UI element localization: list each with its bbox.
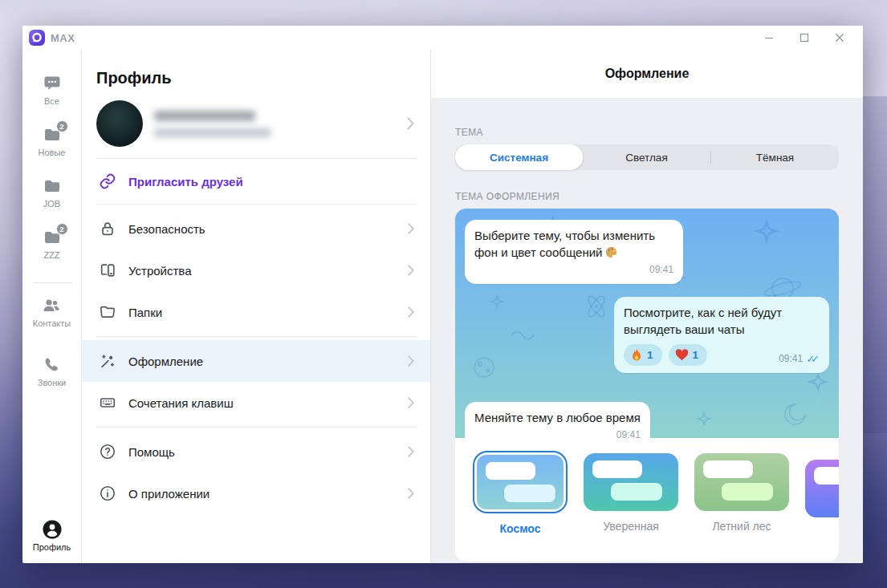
lock-icon bbox=[98, 219, 117, 238]
info-icon bbox=[98, 484, 117, 503]
appearance-panel-title: Оформление bbox=[431, 50, 863, 98]
devices-icon bbox=[98, 261, 117, 280]
menu-item-devices[interactable]: Устройства bbox=[82, 249, 430, 291]
nav-item-profile[interactable]: Профиль bbox=[33, 520, 71, 552]
menu-item-label: Сочетания клавиш bbox=[128, 396, 234, 410]
invite-friends-label: Пригласить друзей bbox=[128, 175, 243, 189]
thumb-bubble-out bbox=[611, 483, 662, 501]
nav-item-label: Новые bbox=[39, 148, 66, 157]
reaction-fire[interactable]: 1 bbox=[624, 344, 662, 366]
message-time: 09:41 bbox=[779, 351, 803, 367]
chevron-right-icon bbox=[407, 117, 414, 130]
menu-item-security[interactable]: Безопасность bbox=[82, 208, 430, 249]
message-text: Меняйте тему в любое время bbox=[474, 411, 641, 424]
minimize-button[interactable] bbox=[762, 30, 776, 45]
fire-emoji-icon bbox=[630, 348, 643, 363]
nav-item-job-folder[interactable]: JOB bbox=[42, 176, 63, 209]
message-text: Посмотрите, как с ней будут выглядеть ва… bbox=[624, 306, 782, 336]
reaction-count: 1 bbox=[693, 347, 699, 363]
app-title: MAX bbox=[51, 32, 75, 44]
reaction-heart[interactable]: 1 bbox=[669, 344, 708, 366]
menu-item-label: О приложении bbox=[128, 487, 210, 501]
chevron-right-icon bbox=[408, 446, 414, 457]
invite-friends-button[interactable]: Пригласить друзей bbox=[82, 159, 430, 204]
close-button[interactable] bbox=[832, 30, 847, 45]
chat-message-incoming: Выберите тему, чтобы изменить фон и цвет… bbox=[465, 220, 683, 284]
phone-icon bbox=[41, 355, 62, 375]
window-controls bbox=[762, 30, 852, 45]
app-logo-icon bbox=[29, 30, 45, 46]
nav-item-label: Контакты bbox=[33, 318, 71, 328]
theme-preview-card: Выберите тему, чтобы изменить фон и цвет… bbox=[455, 209, 839, 562]
theme-option-confident[interactable]: Уверенная bbox=[584, 453, 678, 533]
theme-name: Летний лес bbox=[712, 520, 771, 533]
nav-item-zzz-folder[interactable]: 2 ZZZ bbox=[42, 228, 63, 260]
nav-item-calls[interactable]: Звонки bbox=[38, 355, 67, 387]
nav-item-label: ZZZ bbox=[43, 250, 59, 260]
menu-item-label: Помощь bbox=[128, 445, 175, 459]
nav-item-label: JOB bbox=[43, 199, 60, 209]
chevron-right-icon bbox=[408, 306, 414, 318]
theme-thumbnail bbox=[584, 453, 678, 511]
profile-card-row[interactable] bbox=[82, 91, 430, 158]
menu-item-folders[interactable]: Папки bbox=[82, 291, 430, 333]
folder-outline-icon bbox=[98, 302, 117, 322]
chat-message-incoming: Меняйте тему в любое время 09:41 bbox=[465, 402, 650, 438]
thumb-bubble-in bbox=[814, 467, 839, 485]
chevron-right-icon bbox=[408, 355, 414, 367]
profile-panel: Профиль Пригласить друз bbox=[82, 50, 431, 563]
menu-item-appearance[interactable]: Оформление bbox=[82, 340, 430, 382]
reaction-count: 1 bbox=[647, 347, 653, 363]
titlebar: MAX bbox=[22, 26, 863, 50]
chat-bubble-icon bbox=[42, 74, 63, 93]
tab-light-theme[interactable]: Светлая bbox=[583, 144, 710, 170]
menu-item-label: Папки bbox=[128, 306, 162, 319]
unread-badge: 2 bbox=[56, 120, 68, 132]
link-icon bbox=[98, 172, 117, 191]
message-time: 09:41 bbox=[649, 262, 673, 278]
folder-icon bbox=[42, 176, 63, 196]
theme-mode-segmented-control: Системная Светлая Тёмная bbox=[455, 144, 839, 170]
menu-item-shortcuts[interactable]: Сочетания клавиш bbox=[82, 382, 430, 424]
chevron-right-icon bbox=[408, 397, 414, 408]
theme-thumbnail bbox=[805, 460, 839, 517]
unread-badge: 2 bbox=[56, 223, 68, 235]
profile-panel-title: Профиль bbox=[82, 50, 430, 91]
theme-option-summer-forest[interactable]: Летний лес bbox=[694, 453, 789, 533]
theme-thumbnail bbox=[477, 455, 564, 509]
folder-icon: 2 bbox=[42, 125, 63, 144]
menu-item-label: Устройства bbox=[128, 264, 191, 278]
nav-item-all[interactable]: Все bbox=[42, 74, 63, 106]
nav-rail: Все 2 Новые JOB bbox=[22, 50, 82, 563]
magic-wand-icon bbox=[98, 351, 117, 371]
person-circle-icon bbox=[42, 520, 63, 539]
rail-divider bbox=[33, 282, 71, 283]
maximize-button[interactable] bbox=[797, 30, 812, 45]
avatar bbox=[96, 100, 143, 147]
theme-picker-card: Космос Уверенная bbox=[455, 438, 839, 562]
nav-item-contacts[interactable]: Контакты bbox=[33, 296, 71, 328]
menu-item-label: Безопасность bbox=[128, 222, 205, 236]
thumb-bubble-in bbox=[703, 460, 753, 478]
menu-item-help[interactable]: Помощь bbox=[82, 431, 430, 472]
profile-name-block bbox=[154, 111, 271, 137]
theme-option-space[interactable]: Космос bbox=[473, 451, 568, 535]
theme-name: Космос bbox=[499, 522, 540, 535]
read-checkmarks-icon: ✓✓ bbox=[806, 351, 820, 367]
selected-theme-border bbox=[473, 451, 568, 513]
thumb-bubble-in bbox=[486, 462, 535, 480]
nav-item-label: Все bbox=[44, 96, 59, 106]
tab-system-theme[interactable]: Системная bbox=[455, 144, 583, 170]
theme-name: Уверенная bbox=[603, 520, 659, 533]
thumb-bubble-out bbox=[722, 483, 773, 501]
app-window: MAX Все bbox=[22, 26, 863, 563]
nav-item-new-folder[interactable]: 2 Новые bbox=[39, 125, 66, 157]
chevron-right-icon bbox=[408, 223, 414, 234]
message-time: 09:41 bbox=[616, 427, 641, 438]
tab-dark-theme[interactable]: Тёмная bbox=[711, 144, 839, 170]
blurred-user-phone bbox=[154, 128, 271, 137]
appearance-panel: Оформление ТЕМА Системная Светлая Тёмная… bbox=[431, 50, 863, 563]
menu-item-about[interactable]: О приложении bbox=[82, 472, 430, 514]
keyboard-icon bbox=[98, 393, 117, 412]
theme-option-purple[interactable] bbox=[805, 460, 839, 526]
